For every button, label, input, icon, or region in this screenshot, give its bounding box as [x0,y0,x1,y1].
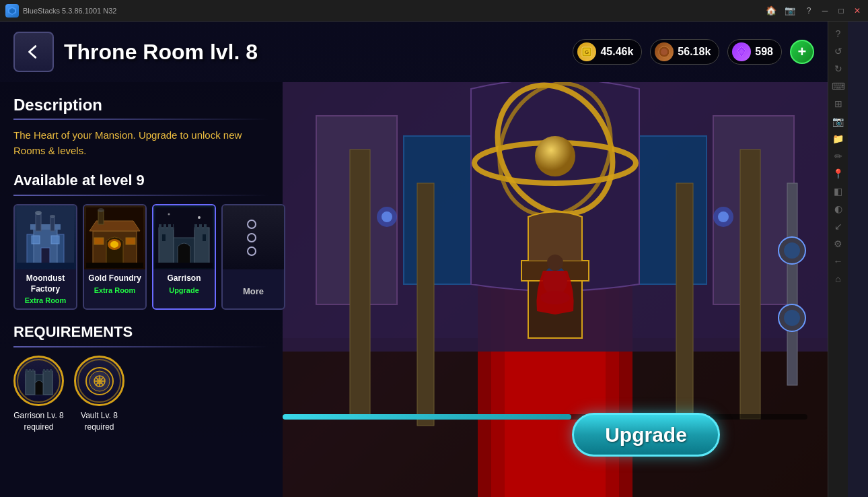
more-dot-3 [247,246,256,256]
svg-point-87 [86,368,113,395]
game-content: Throne Room lvl. 8 G 45.46k [0,22,828,497]
add-resources-button[interactable]: + [790,40,814,64]
room-card-moondust[interactable]: Moondust Factory Extra Room [13,204,77,310]
svg-point-32 [382,211,392,222]
sidebar-layers-icon[interactable]: ◧ [832,185,845,198]
sidebar-brightness-icon[interactable]: ◐ [832,202,845,216]
home-icon[interactable]: 🏠 [766,5,776,15]
food-value: 56.18k [678,46,711,58]
more-row-3 [247,246,260,256]
svg-rect-86 [50,369,52,372]
svg-point-6 [661,48,667,55]
gold-foundry-illustration [86,207,143,268]
svg-rect-78 [26,374,52,395]
gold-value: 45.46k [600,46,633,58]
svg-point-34 [718,211,729,222]
svg-rect-70 [194,224,197,230]
sidebar-question-icon[interactable]: ? [832,27,845,40]
gold-foundry-name: Gold Foundry [87,273,143,284]
app-name-label: BlueStacks 5.3.86.1001 N32 [23,7,116,15]
upgrade-button[interactable]: Upgrade [572,413,720,457]
vault-req-illustration [83,364,116,398]
svg-point-21 [535,136,575,176]
close-btn[interactable]: ✕ [852,5,863,16]
svg-marker-56 [89,221,140,231]
svg-rect-83 [32,369,34,372]
svg-rect-71 [199,224,202,230]
sidebar-folder-icon[interactable]: 📁 [832,132,845,145]
more-icon-list [240,213,267,263]
sidebar-rotate-icon[interactable]: ↻ [832,62,845,75]
more-info: More [223,269,284,300]
svg-rect-67 [164,224,166,230]
svg-point-60 [98,208,104,212]
window-controls: ? ─ □ ✕ [803,5,863,16]
room-background [283,82,828,497]
svg-rect-73 [162,234,166,241]
garrison-name: Garrison [156,273,212,284]
sidebar-refresh-icon[interactable]: ↺ [832,44,845,58]
garrison-req-icon [13,356,64,406]
svg-rect-44 [41,248,50,265]
sidebar-grid-icon[interactable]: ⊞ [832,97,845,110]
room-card-gold-foundry[interactable]: Gold Foundry Extra Room [83,204,147,310]
moondust-status: Extra Room [17,296,73,304]
titlebar: BlueStacks 5.3.86.1001 N32 🏠 📷 ? ─ □ ✕ [0,0,868,22]
gems-value: 598 [755,46,773,58]
room-card-garrison[interactable]: Garrison Upgrade [152,204,216,310]
svg-rect-68 [168,224,171,230]
svg-rect-72 [204,224,207,230]
svg-rect-61 [86,263,143,268]
svg-point-37 [784,242,800,259]
svg-rect-51 [17,263,74,268]
more-preview [223,205,284,269]
requirements-items: Garrison Lv. 8 required [13,356,269,433]
left-panel: Description The Heart of your Mansion. U… [0,82,283,497]
help-btn[interactable]: ? [803,5,814,16]
sidebar-keyboard-icon[interactable]: ⌨ [832,79,845,93]
gem-icon [732,42,751,61]
camera-icon[interactable]: 📷 [785,5,795,15]
svg-line-93 [96,377,103,385]
back-button[interactable] [13,32,54,72]
available-divider [13,195,269,196]
svg-rect-66 [159,224,161,230]
svg-point-89 [94,376,105,387]
page-title: Throne Room lvl. 8 [64,40,258,65]
sidebar-settings-icon[interactable]: ⚙ [832,237,845,251]
svg-rect-58 [126,238,135,244]
moondust-name: Moondust Factory [17,273,73,294]
svg-rect-29 [417,183,434,426]
svg-rect-80 [43,371,52,395]
rooms-grid: Moondust Factory Extra Room [13,204,269,310]
food-icon [655,42,674,61]
more-status: More [225,286,281,296]
svg-rect-85 [46,369,48,372]
svg-rect-82 [29,369,31,372]
progress-bar-fill [283,414,571,420]
moondust-info: Moondust Factory Extra Room [15,269,76,308]
minimize-btn[interactable]: ─ [820,5,830,16]
garrison-illustration [155,207,213,268]
vault-req-label: Vault Lv. 8 required [81,410,118,433]
sidebar-camera-icon[interactable]: 📷 [832,114,845,128]
sidebar-home-icon[interactable]: ⌂ [832,272,845,286]
bluestacks-sidebar: ? ↺ ↻ ⌨ ⊞ 📷 📁 ✏ 📍 ◧ ◐ ↙ ⚙ ← ⌂ [828,22,848,497]
more-row-2 [247,233,260,242]
sidebar-arrow-icon[interactable]: ← [832,255,845,268]
svg-rect-35 [787,183,797,385]
svg-rect-65 [194,228,209,265]
more-name [225,273,281,284]
gold-resource: G 45.46k [573,39,642,65]
room-card-more[interactable]: More [221,204,285,310]
svg-rect-81 [26,369,28,372]
svg-line-94 [96,377,103,385]
sidebar-location-icon[interactable]: 📍 [832,167,845,180]
sidebar-edit-icon[interactable]: ✏ [832,150,845,163]
sidebar-back-icon[interactable]: ↙ [832,220,845,233]
svg-rect-69 [173,224,174,230]
gems-resource: 598 [727,39,782,65]
maximize-btn[interactable]: □ [836,5,846,16]
svg-text:G: G [585,49,589,55]
requirements-divider [13,346,269,347]
